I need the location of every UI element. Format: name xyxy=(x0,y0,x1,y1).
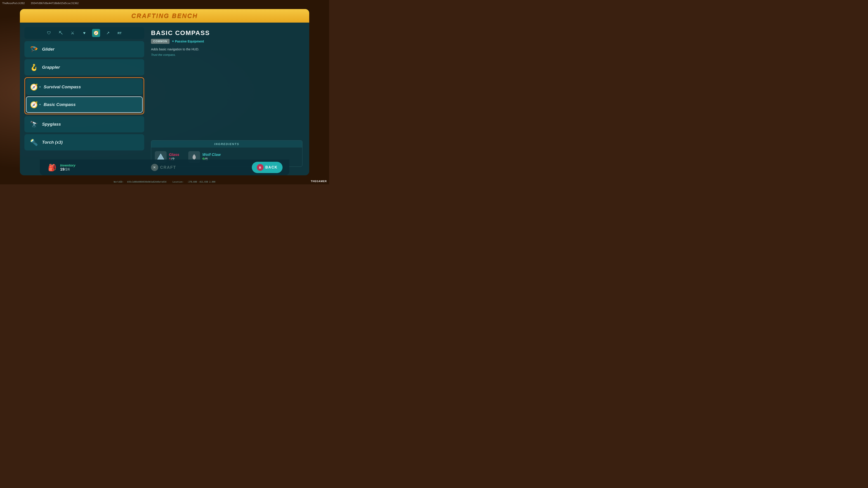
type-badge: Passive Equipment xyxy=(172,39,204,43)
tab-sword[interactable]: ⚔ xyxy=(68,29,76,37)
inventory-label: Inventory xyxy=(60,163,75,167)
right-column: BASIC COMPASS COMMON Passive Equipment A… xyxy=(149,27,305,169)
item-name-spyglass: Spyglass xyxy=(42,122,61,127)
craft-button-label: CRAFT xyxy=(160,165,176,170)
inventory-section: 🎒 Inventory 19/24 xyxy=(46,162,75,173)
back-button-icon: B xyxy=(257,164,264,171)
rarity-badge: COMMON xyxy=(151,39,169,44)
ingredient-name-glass: Glass xyxy=(169,153,179,157)
world-id: b55c1d86d4004936b9b5a824d9afa934 xyxy=(127,181,166,183)
username: TheRosePatch392 xyxy=(2,2,25,5)
back-button[interactable]: B BACK xyxy=(252,162,283,173)
item-icon-spyglass: 🔭 xyxy=(29,119,39,130)
main-panel: CRAFTING BENCH 🛡 ⛏ ⚔ ♥ 🧭 ↗ RT 🪂 Glider xyxy=(20,9,309,175)
location-label: Location: xyxy=(173,181,184,183)
world-id-label: WorldID: xyxy=(114,181,123,183)
user-id: 3934fd967d9e44718b8d15d5cac31362 xyxy=(31,2,79,5)
item-name-survival-compass: Survival Compass xyxy=(43,85,81,90)
item-name-glider: Glider xyxy=(42,47,55,52)
tab-shield[interactable]: 🛡 xyxy=(45,29,53,37)
location-value: -278,680 -411,938 2,900 xyxy=(187,181,215,183)
item-description: Adds basic navigation to the HUD. xyxy=(151,47,303,52)
craft-button[interactable]: ✕ CRAFT xyxy=(151,164,176,171)
item-name-grappler: Grappler xyxy=(42,65,60,70)
item-icon-torch: 🔦 xyxy=(29,137,39,148)
item-list: 🪂 Glider 🪝 Grappler 🧭✦ Survival Compass xyxy=(24,41,144,151)
tab-rt[interactable]: RT xyxy=(116,29,124,37)
ingredient-name-wolf-claw: Wolf Claw xyxy=(202,153,221,157)
tab-arrow[interactable]: ↗ xyxy=(104,29,112,37)
item-name-torch: Torch (x3) xyxy=(42,140,63,145)
inventory-current: 19 xyxy=(60,167,64,171)
item-row-torch[interactable]: 🔦 Torch (x3) xyxy=(24,134,144,151)
tab-pickaxe[interactable]: ⛏ xyxy=(57,29,65,37)
user-info: TheRosePatch392 3934fd967d9e44718b8d15d5… xyxy=(2,2,79,5)
item-icon-basic-compass: 🧭✦ xyxy=(30,99,41,110)
item-flavor: Trust the compass. xyxy=(151,53,303,57)
watermark: THEGAMER xyxy=(311,180,327,183)
craft-button-icon: ✕ xyxy=(151,164,158,171)
item-row-glider[interactable]: 🪂 Glider xyxy=(24,41,144,57)
inventory-text: Inventory 19/24 xyxy=(60,163,75,172)
inventory-count: 19/24 xyxy=(60,167,75,172)
tab-compass[interactable]: 🧭 xyxy=(92,29,100,37)
panel-title: CRAFTING BENCH xyxy=(20,12,309,20)
left-column: 🛡 ⛏ ⚔ ♥ 🧭 ↗ RT 🪂 Glider 🪝 Grappler xyxy=(24,27,144,169)
detail-title: BASIC COMPASS xyxy=(151,29,303,37)
ingredients-header: INGREDIENTS xyxy=(151,140,302,148)
content-area: 🛡 ⛏ ⚔ ♥ 🧭 ↗ RT 🪂 Glider 🪝 Grappler xyxy=(20,23,309,173)
item-row-grappler[interactable]: 🪝 Grappler xyxy=(24,59,144,75)
panel-header: CRAFTING BENCH xyxy=(20,9,309,23)
inventory-max: 24 xyxy=(66,167,70,171)
item-icon-glider: 🪂 xyxy=(29,44,39,55)
footer-info: WorldID: b55c1d86d4004936b9b5a824d9afa93… xyxy=(114,181,215,183)
grouped-items: 🧭✦ Survival Compass 🧭✦ Basic Compass xyxy=(24,77,144,114)
svg-marker-0 xyxy=(158,154,164,159)
bottom-bar: 🎒 Inventory 19/24 ✕ CRAFT B BACK xyxy=(40,160,289,175)
item-name-basic-compass: Basic Compass xyxy=(43,102,76,107)
badges-row: COMMON Passive Equipment xyxy=(151,39,303,44)
item-icon-survival-compass: 🧭✦ xyxy=(30,82,41,92)
inventory-icon: 🎒 xyxy=(46,162,57,173)
item-row-basic-compass[interactable]: 🧭✦ Basic Compass xyxy=(26,96,143,113)
item-row-spyglass[interactable]: 🔭 Spyglass xyxy=(24,116,144,132)
item-row-survival-compass[interactable]: 🧭✦ Survival Compass xyxy=(26,79,143,95)
tab-bar: 🛡 ⛏ ⚔ ♥ 🧭 ↗ RT xyxy=(24,27,144,39)
item-icon-grappler: 🪝 xyxy=(29,62,39,73)
back-button-label: BACK xyxy=(266,165,278,169)
tab-heart[interactable]: ♥ xyxy=(80,29,88,37)
